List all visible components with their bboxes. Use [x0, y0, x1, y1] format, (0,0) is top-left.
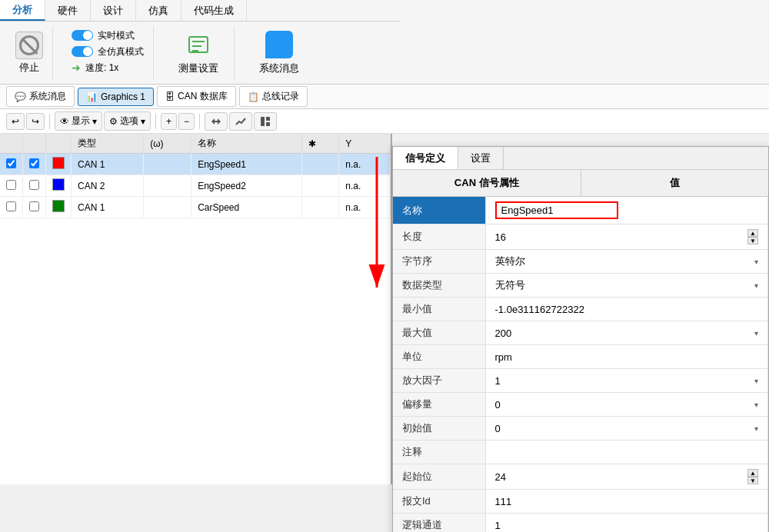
props-value-dropdown[interactable]: 英特尔 ▾: [485, 250, 768, 274]
tab-can-db[interactable]: 🗄 CAN 数据库: [157, 86, 236, 107]
measure-btn[interactable]: 测量设置: [172, 28, 225, 78]
message-btn[interactable]: 系统消息: [253, 28, 305, 78]
props-value-dropdown[interactable]: 1 ▾: [485, 369, 768, 393]
message-btn-label: 系统消息: [259, 62, 299, 75]
dropdown-value: 英特尔: [495, 254, 525, 268]
zoom-fit-btn[interactable]: [205, 112, 228, 131]
row-star: [301, 154, 339, 175]
second-toolbar: 💬 系统消息 📊 Graphics 1 🗄 CAN 数据库 📋 总线记录: [0, 85, 769, 109]
spinner-value: 16: [495, 231, 506, 243]
realtime-toggle[interactable]: 实时模式: [72, 29, 144, 42]
dropdown-value: 1: [495, 375, 501, 387]
realtime-switch[interactable]: [72, 30, 93, 41]
stop-button[interactable]: 停止: [15, 32, 43, 75]
row-color: [46, 197, 72, 218]
props-value-dropdown[interactable]: 无符号 ▾: [485, 274, 768, 298]
fullsim-toggle[interactable]: 全仿真模式: [72, 45, 144, 58]
props-value-text: [485, 441, 768, 464]
options-arrow: ▾: [141, 116, 145, 127]
spinner-down[interactable]: ▼: [747, 477, 758, 484]
props-row: 报文Id 111: [393, 490, 768, 514]
props-label: 名称: [393, 197, 485, 224]
props-row: 最小值 -1.0e311162722322: [393, 298, 768, 321]
chevron-down-icon: ▾: [754, 377, 758, 385]
props-row: 最大值 200 ▾: [393, 321, 768, 345]
tab-signal-def[interactable]: 信号定义: [393, 147, 458, 169]
props-label: 逻辑通道: [393, 514, 485, 533]
col-star: ✱: [301, 134, 339, 154]
spinner-up[interactable]: ▲: [747, 469, 758, 477]
remove-btn[interactable]: −: [178, 113, 195, 130]
realtime-label: 实时模式: [98, 29, 135, 42]
props-table: 名称 长度 16 ▲ ▼ 字节序 英特尔 ▾: [393, 197, 768, 532]
layout-icon: [259, 115, 271, 128]
tab-simulation[interactable]: 仿真: [136, 0, 181, 21]
table-row[interactable]: CAN 1 EngSpeed1 n.a.: [0, 154, 391, 175]
gear-icon: ⚙: [109, 116, 118, 127]
row-y: n.a.: [339, 175, 391, 197]
chevron-down-icon: ▾: [754, 281, 758, 290]
props-row: 逻辑通道 1: [393, 514, 768, 533]
fullsim-switch[interactable]: [72, 46, 93, 57]
chart-type-btn[interactable]: [229, 112, 252, 131]
tab-codegen[interactable]: 代码生成: [181, 0, 247, 21]
options-label: 选项: [120, 115, 138, 128]
col-check1: [0, 134, 23, 154]
props-value-name: [485, 197, 768, 224]
tab-analyze[interactable]: 分析: [0, 0, 45, 21]
undo-btn[interactable]: ↩: [6, 113, 25, 130]
props-value-dropdown[interactable]: 0 ▾: [485, 393, 768, 417]
layout-btn[interactable]: [254, 112, 277, 131]
chevron-down-icon: ▾: [754, 401, 758, 409]
row-check1[interactable]: [0, 197, 23, 218]
tab-settings[interactable]: 设置: [458, 147, 504, 169]
props-value-dropdown[interactable]: 0 ▾: [485, 417, 768, 441]
row-y: n.a.: [339, 154, 391, 175]
tab-design[interactable]: 设计: [91, 0, 136, 21]
props-value-dropdown[interactable]: 200 ▾: [485, 321, 768, 345]
table-row[interactable]: CAN 1 CarSpeed n.a.: [0, 197, 391, 218]
tab-system-message[interactable]: 💬 系统消息: [6, 86, 75, 107]
row-color: [46, 154, 72, 175]
name-input[interactable]: [495, 201, 618, 219]
value-text: rpm: [495, 351, 512, 363]
dropdown-value: 0: [495, 399, 501, 411]
options-btn[interactable]: ⚙ 选项 ▾: [104, 111, 151, 131]
row-check2[interactable]: [23, 197, 46, 218]
table-row[interactable]: CAN 2 EngSpeed2 n.a.: [0, 175, 391, 197]
props-value-spinner: 24 ▲ ▼: [485, 464, 768, 490]
spinner-value: 24: [495, 471, 506, 483]
tab-hardware[interactable]: 硬件: [45, 0, 91, 21]
spinner-down[interactable]: ▼: [747, 237, 758, 244]
redo-btn[interactable]: ↪: [26, 113, 45, 130]
props-row: 单位 rpm: [393, 345, 768, 369]
row-check2[interactable]: [23, 154, 46, 175]
tab-graphics1[interactable]: 📊 Graphics 1: [78, 88, 154, 106]
props-value-text: 1: [485, 514, 768, 533]
system-message-label: 系统消息: [29, 90, 66, 103]
row-check1[interactable]: [0, 154, 23, 175]
main-content: 类型 (ω) 名称 ✱ Y CAN 1 EngSpeed1 n.a. CAN 2: [0, 134, 769, 484]
props-row: 起始位 24 ▲ ▼: [393, 464, 768, 490]
message-icon: [265, 31, 293, 58]
mode-section: 实时模式 全仿真模式 ➜ 速度: 1x: [62, 26, 154, 80]
dropdown-value: 0: [495, 423, 501, 434]
props-label: 初始值: [393, 417, 485, 441]
props-label: 偏移量: [393, 393, 485, 417]
bus-record-label: 总线记录: [262, 90, 299, 103]
props-tabs: 信号定义 设置: [393, 147, 768, 170]
col-color: [46, 134, 72, 154]
props-value-text: -1.0e311162722322: [485, 298, 768, 321]
row-name: EngSpeed1: [191, 154, 302, 175]
props-row: 字节序 英特尔 ▾: [393, 250, 768, 274]
display-btn[interactable]: 👁 显示 ▾: [55, 111, 102, 131]
add-btn[interactable]: +: [161, 113, 177, 130]
row-check2[interactable]: [23, 175, 46, 197]
tab-bus-record[interactable]: 📋 总线记录: [239, 86, 308, 107]
row-check1[interactable]: [0, 175, 23, 197]
row-star: [301, 175, 339, 197]
separator-1: [49, 114, 50, 129]
zoom-fit-icon: [210, 115, 222, 128]
spinner-up[interactable]: ▲: [747, 229, 758, 237]
props-value-text: 111: [485, 490, 768, 514]
